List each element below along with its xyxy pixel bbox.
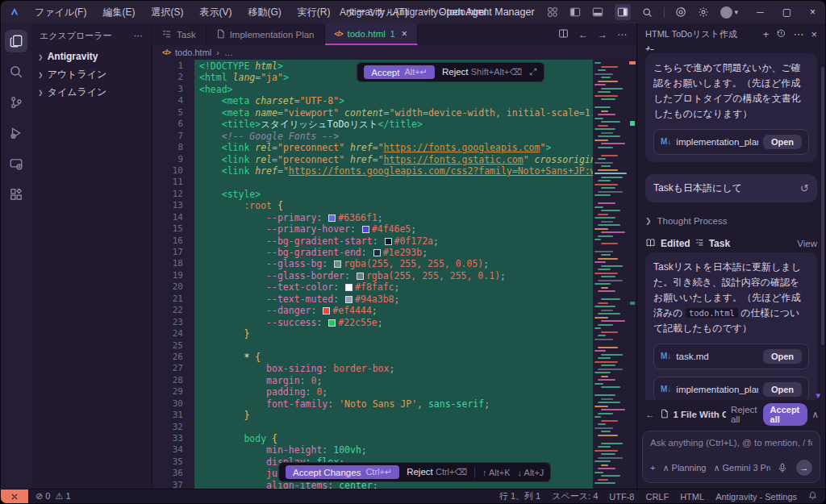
- reject-button[interactable]: Reject Shift+Alt+⌫: [442, 67, 522, 77]
- split-editor-icon[interactable]: [558, 28, 569, 41]
- file-chip[interactable]: M↓ implementation_plan.md Open: [653, 129, 809, 155]
- expand-icon[interactable]: [529, 68, 537, 77]
- collapse-icon[interactable]: ∧: [812, 409, 819, 420]
- search-icon[interactable]: [641, 6, 653, 19]
- menu-edit[interactable]: 編集(E): [102, 6, 135, 19]
- close-window-button[interactable]: ×: [810, 6, 816, 18]
- panel-more-icon[interactable]: ⋯: [793, 28, 803, 40]
- menu-selection[interactable]: 選択(S): [151, 6, 183, 19]
- breadcrumb[interactable]: </> todo.html › …: [152, 45, 636, 60]
- chevron-right-icon: ❯: [645, 217, 652, 225]
- mic-icon[interactable]: [778, 463, 787, 473]
- attach-icon[interactable]: +: [650, 463, 655, 473]
- conversation-scroll[interactable]: た。 こちらで進めて問題ないか、ご確認をお願いします。（先ほど作成したプロトタイ…: [637, 44, 825, 400]
- assistant-message: こちらで進めて問題ないか、ご確認をお願いします。（先ほど作成したプロトタイプの構…: [645, 53, 817, 162]
- minimap[interactable]: [593, 60, 628, 489]
- panel-left-icon[interactable]: [569, 6, 582, 19]
- new-chat-icon[interactable]: +: [763, 28, 770, 40]
- notifications-bell-icon[interactable]: [808, 491, 817, 502]
- encoding[interactable]: UTF-8: [609, 492, 634, 502]
- accept-button[interactable]: AcceptAlt+↵: [364, 65, 435, 79]
- search-sidebar-icon[interactable]: [5, 60, 27, 83]
- cursor-position[interactable]: 行 1、列 1: [499, 490, 540, 502]
- settings-gear-icon[interactable]: [698, 6, 710, 19]
- avatar: [720, 6, 732, 19]
- code-editor: 1234567891011121314151617181920212223242…: [152, 60, 636, 489]
- chevron-right-icon: ❯: [38, 89, 43, 95]
- nav-back-icon[interactable]: ←: [578, 29, 588, 40]
- editor-group: Task Implementation Plan </> todo.html 1…: [152, 23, 636, 489]
- sidebar-item-timeline[interactable]: ❯タイムライン: [31, 83, 152, 101]
- reject-all-button[interactable]: Reject all: [731, 405, 758, 424]
- inline-code: todo.html: [686, 308, 738, 318]
- panel-right-icon[interactable]: [615, 4, 631, 20]
- panel-close-icon[interactable]: ×: [811, 28, 817, 40]
- accept-all-button[interactable]: Accept all: [763, 403, 807, 426]
- browser-icon[interactable]: [675, 6, 687, 19]
- open-file-button[interactable]: Open: [763, 382, 802, 397]
- eol-sequence[interactable]: CRLF: [645, 492, 669, 502]
- problems-indicator[interactable]: ⊘ 0 ⚠ 1: [35, 491, 71, 502]
- explorer-more-icon[interactable]: ⋯: [134, 31, 144, 41]
- html-file-icon: </>: [162, 48, 170, 56]
- menu-run[interactable]: 実行(R): [298, 6, 331, 19]
- code-area[interactable]: <!DOCTYPE html><html lang="ja"><head> <m…: [194, 60, 593, 489]
- open-file-button[interactable]: Open: [763, 349, 802, 364]
- antigravity-logo-icon: [9, 6, 20, 18]
- open-file-button[interactable]: Open: [763, 135, 802, 149]
- tab-todo-html[interactable]: </> todo.html 1 ×: [325, 23, 418, 45]
- remote-devices-icon[interactable]: [5, 152, 27, 175]
- undo-icon[interactable]: ↺: [800, 182, 809, 194]
- panel-bottom-icon[interactable]: [592, 6, 604, 19]
- layout-icon[interactable]: [547, 6, 559, 19]
- markdown-icon: M↓: [661, 385, 671, 394]
- panel-scrollbar[interactable]: [821, 67, 824, 345]
- source-control-icon[interactable]: [5, 91, 27, 114]
- extensions-icon[interactable]: [5, 183, 27, 206]
- mode-selector[interactable]: ∧ Planning: [662, 463, 706, 473]
- model-selector[interactable]: ∧ Gemini 3 Pro (...: [713, 463, 770, 473]
- file-icon: [216, 29, 225, 40]
- chat-input[interactable]: Ask anything (Ctrl+L), @ to mention, / f…: [642, 431, 820, 483]
- file-chip[interactable]: M↓ implementation_plan.md Open: [653, 377, 809, 400]
- menu-view[interactable]: 表示(V): [199, 6, 232, 19]
- account-avatar[interactable]: ▾: [720, 6, 739, 19]
- nav-forward-icon[interactable]: →: [598, 29, 607, 40]
- maximize-button[interactable]: ▢: [782, 6, 791, 18]
- accept-changes-widget: Accept ChangesCtrl+↵ Reject Ctrl+⌫ ↑ Alt…: [278, 462, 551, 482]
- editor-more-icon[interactable]: ⋯: [617, 29, 627, 40]
- next-change-button[interactable]: ↓ Alt+J: [518, 468, 544, 477]
- menu-go[interactable]: 移動(G): [248, 6, 281, 19]
- remote-indicator[interactable]: [1, 489, 28, 503]
- tab-task[interactable]: Task: [152, 23, 206, 45]
- back-icon[interactable]: ←: [645, 410, 655, 419]
- file-chip[interactable]: M↓ task.md Open: [653, 344, 809, 369]
- accept-changes-button[interactable]: Accept ChangesCtrl+↵: [286, 465, 399, 479]
- agent-panel: HTML ToDoリスト作成 + ⋯ × た。 こちらで進めて問題ないか、ご確認…: [636, 23, 825, 489]
- minimize-button[interactable]: ─: [757, 6, 764, 18]
- thought-process-toggle[interactable]: ❯ Thought Process: [645, 216, 817, 226]
- user-message: Taskも日本語にして ↺: [645, 174, 817, 202]
- settings-sync[interactable]: Antigravity - Settings: [715, 492, 797, 502]
- history-icon[interactable]: [776, 28, 786, 40]
- run-debug-icon[interactable]: [5, 122, 27, 144]
- open-agent-manager-button[interactable]: Open Agent Manager: [439, 6, 535, 18]
- language-mode[interactable]: HTML: [680, 492, 704, 502]
- chevron-right-icon: ❯: [38, 53, 43, 60]
- explorer-icon[interactable]: [5, 30, 27, 52]
- sidebar-item-antigravity[interactable]: ❯Antigravity: [31, 48, 152, 65]
- send-button[interactable]: →: [796, 460, 812, 476]
- chevron-right-icon: ❯: [38, 71, 43, 77]
- code-lines: <!DOCTYPE html><html lang="ja"><head> <m…: [194, 60, 593, 489]
- tab-implementation-plan[interactable]: Implementation Plan: [206, 23, 325, 45]
- view-link[interactable]: View: [797, 239, 817, 248]
- markdown-icon: M↓: [661, 137, 671, 146]
- changes-label[interactable]: 1 File With Cha...: [674, 410, 726, 419]
- prev-change-button[interactable]: ↑ Alt+K: [482, 468, 511, 477]
- menu-file[interactable]: ファイル(F): [35, 6, 86, 19]
- reject-changes-button[interactable]: Reject Ctrl+⌫: [407, 467, 467, 477]
- sidebar-item-outline[interactable]: ❯アウトライン: [31, 65, 152, 83]
- scroll-down-icon[interactable]: ▾: [816, 390, 820, 401]
- indentation[interactable]: スペース: 4: [552, 490, 598, 502]
- close-tab-icon[interactable]: ×: [402, 28, 407, 40]
